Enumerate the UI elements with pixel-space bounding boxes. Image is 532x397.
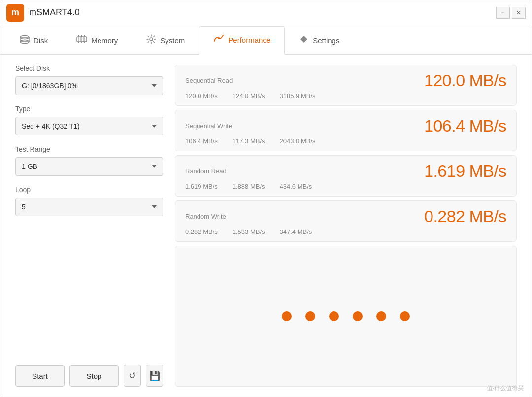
metric-sub-2-1: 1.888 MB/s (233, 183, 265, 190)
metric-sub-3-0: 0.282 MB/s (185, 228, 218, 235)
progress-dot-4 (376, 311, 386, 321)
minimize-button[interactable]: − (496, 7, 510, 19)
memory-tab-label: Memory (91, 36, 118, 45)
tab-disk[interactable]: Disk (5, 26, 62, 55)
test-range-group: Test Range 1 GB (15, 145, 163, 176)
titlebar-left: m mSMART4.0 (6, 4, 80, 22)
performance-tab-icon (213, 34, 224, 46)
svg-point-15 (150, 38, 153, 41)
metric-value-3: 0.282 MB/s (424, 207, 506, 226)
svg-rect-12 (78, 42, 79, 43)
tab-settings[interactable]: Settings (285, 26, 354, 55)
system-tab-label: System (160, 36, 185, 45)
refresh-button[interactable]: ↺ (124, 365, 141, 387)
progress-dot-0 (282, 311, 292, 321)
left-panel: Select Disk G: [0/1863GB] 0% Type Seq + … (15, 65, 163, 387)
loop-group: Loop 5 (15, 186, 163, 216)
disk-tab-label: Disk (33, 36, 48, 45)
svg-rect-10 (81, 35, 82, 37)
progress-dot-2 (329, 311, 339, 321)
metric-name-1: Sequential Write (185, 122, 232, 130)
svg-point-16 (218, 37, 220, 39)
select-disk-label: Select Disk (15, 65, 163, 72)
type-dropdown[interactable]: Seq + 4K (Q32 T1) (15, 117, 163, 135)
loop-label: Loop (15, 186, 163, 194)
main-content: Select Disk G: [0/1863GB] 0% Type Seq + … (0, 55, 532, 397)
svg-rect-9 (78, 35, 79, 37)
metric-sub-1-0: 106.4 MB/s (185, 137, 218, 145)
memory-tab-icon (76, 35, 87, 46)
select-disk-group: Select Disk G: [0/1863GB] 0% (15, 65, 163, 95)
metric-card-1: Sequential Write106.4 MB/s106.4 MB/s117.… (175, 110, 517, 151)
metric-value-0: 120.0 MB/s (424, 71, 506, 90)
settings-tab-label: Settings (313, 36, 339, 45)
tab-bar: DiskMemorySystemPerformanceSettings (0, 25, 532, 55)
progress-dot-1 (305, 311, 315, 321)
svg-rect-13 (81, 42, 82, 43)
save-icon: 💾 (149, 370, 160, 381)
tab-performance[interactable]: Performance (199, 26, 285, 55)
tab-system[interactable]: System (132, 26, 199, 55)
settings-tab-icon (299, 34, 309, 47)
test-range-dropdown[interactable]: 1 GB (15, 157, 163, 176)
metric-sub-2-2: 434.6 MB/s (280, 183, 312, 190)
titlebar-controls: − ✕ (496, 7, 526, 19)
metric-value-1: 106.4 MB/s (424, 116, 506, 135)
progress-dot-5 (400, 311, 410, 321)
test-range-label: Test Range (15, 145, 163, 153)
metric-sub-0-0: 120.0 MB/s (185, 92, 218, 99)
titlebar: m mSMART4.0 − ✕ (0, 0, 532, 25)
svg-rect-14 (84, 42, 85, 43)
right-panel: Sequential Read120.0 MB/s120.0 MB/s124.0… (175, 65, 517, 387)
performance-tab-label: Performance (228, 36, 270, 44)
refresh-icon: ↺ (129, 370, 136, 381)
tab-memory[interactable]: Memory (62, 26, 132, 55)
metric-sub-1-1: 117.3 MB/s (233, 137, 265, 145)
metric-card-3: Random Write0.282 MB/s0.282 MB/s1.533 MB… (175, 200, 517, 242)
select-disk-dropdown[interactable]: G: [0/1863GB] 0% (15, 76, 163, 95)
disk-tab-icon (20, 35, 30, 46)
stop-button[interactable]: Stop (69, 365, 119, 387)
metric-sub-3-1: 1.533 MB/s (233, 228, 265, 235)
type-group: Type Seq + 4K (Q32 T1) (15, 105, 163, 135)
metric-sub-3-2: 347.4 MB/s (280, 228, 312, 235)
close-button[interactable]: ✕ (512, 7, 526, 19)
bottom-controls: Start Stop ↺ 💾 (15, 360, 163, 387)
metric-sub-0-1: 124.0 MB/s (233, 92, 265, 99)
type-label: Type (15, 105, 163, 113)
start-button[interactable]: Start (15, 365, 65, 387)
metric-sub-0-2: 3185.9 MB/s (280, 92, 316, 99)
metric-card-2: Random Read1.619 MB/s1.619 MB/s1.888 MB/… (175, 155, 517, 197)
progress-dot-3 (353, 311, 363, 321)
metric-name-3: Random Write (185, 213, 226, 220)
metric-sub-1-2: 2043.0 MB/s (280, 137, 316, 145)
metric-value-2: 1.619 MB/s (424, 162, 506, 181)
svg-rect-1 (20, 37, 29, 42)
watermark: 值·什么值得买 (487, 384, 524, 393)
progress-area (175, 246, 517, 387)
svg-rect-11 (84, 35, 85, 37)
save-button[interactable]: 💾 (146, 365, 163, 387)
metric-name-0: Sequential Read (185, 77, 233, 84)
app-title: mSMART4.0 (29, 7, 80, 18)
main-window: m mSMART4.0 − ✕ DiskMemorySystemPerforma… (0, 0, 532, 397)
metric-card-0: Sequential Read120.0 MB/s120.0 MB/s124.0… (175, 65, 517, 106)
metric-sub-2-0: 1.619 MB/s (185, 183, 218, 190)
loop-dropdown[interactable]: 5 (15, 198, 163, 216)
app-icon: m (6, 4, 24, 22)
system-tab-icon (146, 34, 156, 47)
metric-name-2: Random Read (185, 167, 227, 175)
